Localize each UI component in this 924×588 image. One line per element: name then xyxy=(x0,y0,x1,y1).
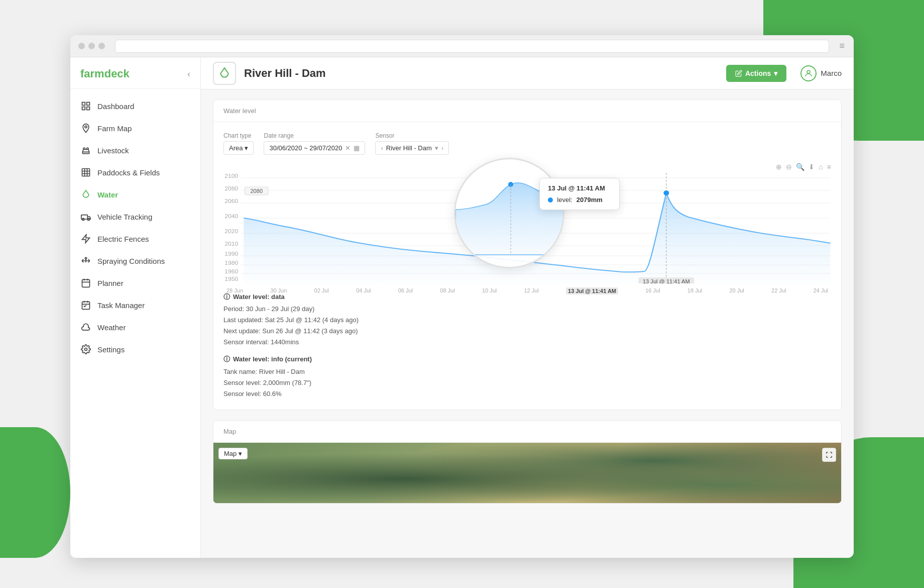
sensor-next-icon[interactable]: › xyxy=(441,144,443,152)
chart-type-group: Chart type Area ▾ xyxy=(223,132,254,155)
sensor-group: Sensor ‹ River Hill - Dam ▾ › xyxy=(375,132,449,155)
browser-titlebar: ≡ xyxy=(70,35,854,57)
svg-point-4 xyxy=(85,126,87,128)
xaxis-label: 02 Jul xyxy=(314,287,329,295)
info-current-title: ⓘ Water level: info (current) xyxy=(223,354,831,365)
task-manager-icon xyxy=(80,300,91,311)
sidebar-item-electric-fences[interactable]: Electric Fences xyxy=(70,228,200,250)
logo: farmdeck xyxy=(80,67,130,80)
livestock-icon xyxy=(80,145,91,156)
svg-rect-5 xyxy=(82,152,89,153)
content-body: Water level Chart type Area ▾ xyxy=(201,89,854,524)
username: Marco xyxy=(821,69,842,77)
chart-type-select[interactable]: Area ▾ xyxy=(223,141,254,155)
download-icon[interactable]: ⬇ xyxy=(808,163,815,171)
user-avatar-icon xyxy=(800,65,817,81)
sidebar-item-livestock[interactable]: Livestock xyxy=(70,139,200,161)
map-card-body: Map ▾ xyxy=(213,443,841,503)
top-bar: River Hill - Dam Actions ▾ Marco xyxy=(201,57,854,89)
nav-items: Dashboard Farm Map Livestock xyxy=(70,89,200,366)
page-header: River Hill - Dam xyxy=(213,62,726,85)
sensor-prev-icon[interactable]: ‹ xyxy=(381,144,383,152)
xaxis-label: 08 Jul xyxy=(440,287,454,295)
collapse-button[interactable]: ‹ xyxy=(187,69,190,79)
zoom-out-icon[interactable]: ⊖ xyxy=(786,163,792,171)
sidebar-item-water[interactable]: Water xyxy=(70,183,200,206)
close-dot xyxy=(78,43,85,49)
map-texture xyxy=(213,443,841,503)
water-level-section-label: Water level xyxy=(223,107,256,115)
chart-magnifier xyxy=(454,158,564,268)
map-section-label: Map xyxy=(223,428,236,435)
svg-point-20 xyxy=(807,70,810,73)
info-sensor-level-pct: Sensor level: 60.6% xyxy=(223,388,831,400)
info-sensor-interval: Sensor interval: 1440mins xyxy=(223,337,831,348)
tooltip-metric: level: xyxy=(557,196,572,204)
browser-menu-icon: ≡ xyxy=(839,41,846,51)
svg-text:2020: 2020 xyxy=(224,228,238,234)
chart-xaxis: 28 Jun 30 Jun 02 Jul 04 Jul 06 Jul 08 Ju… xyxy=(221,287,833,295)
paddocks-icon xyxy=(80,167,91,178)
sidebar-label-electric-fences: Electric Fences xyxy=(97,235,149,243)
date-range-input[interactable]: 30/06/2020 ~ 29/07/2020 ✕ ▦ xyxy=(264,141,365,155)
xaxis-label: 16 Jul xyxy=(645,287,660,295)
date-calendar-icon[interactable]: ▦ xyxy=(354,144,360,152)
sidebar-logo: farmdeck ‹ xyxy=(70,57,200,89)
chart-type-value: Area xyxy=(229,144,243,152)
actions-button[interactable]: Actions ▾ xyxy=(726,65,786,82)
settings-icon xyxy=(80,344,91,355)
sidebar-item-weather[interactable]: Weather xyxy=(70,316,200,338)
sidebar-item-settings[interactable]: Settings xyxy=(70,338,200,360)
xaxis-label: 10 Jul xyxy=(482,287,497,295)
svg-rect-2 xyxy=(87,107,90,110)
info-current-icon: ⓘ xyxy=(223,354,230,365)
sidebar-label-livestock: Livestock xyxy=(97,146,129,155)
xaxis-label: 04 Jul xyxy=(356,287,371,295)
date-range-group: Date range 30/06/2020 ~ 29/07/2020 ✕ ▦ xyxy=(264,132,365,155)
map-type-chevron: ▾ xyxy=(239,450,242,457)
zoom-in-icon[interactable]: ⊕ xyxy=(776,163,782,171)
date-range-label: Date range xyxy=(264,132,365,139)
actions-chevron: ▾ xyxy=(774,69,777,77)
spraying-conditions-icon xyxy=(80,255,91,266)
sidebar-item-paddocks[interactable]: Paddocks & Fields xyxy=(70,161,200,183)
sidebar-label-planner: Planner xyxy=(97,279,124,287)
dashboard-icon xyxy=(80,101,91,112)
svg-text:13 Jul @ 11:41 AM: 13 Jul @ 11:41 AM xyxy=(643,279,690,283)
svg-text:1950: 1950 xyxy=(224,276,238,282)
home-icon[interactable]: ⌂ xyxy=(819,163,823,171)
magnify-icon[interactable]: 🔍 xyxy=(796,163,804,171)
sidebar-label-farm-map: Farm Map xyxy=(97,124,132,133)
sidebar-item-task-manager[interactable]: Task Manager xyxy=(70,294,200,316)
sidebar-item-spraying-conditions[interactable]: Spraying Conditions xyxy=(70,250,200,272)
svg-text:1990: 1990 xyxy=(224,251,238,257)
logo-suffix: deck xyxy=(104,67,130,80)
main-content: River Hill - Dam Actions ▾ Marco xyxy=(201,57,854,558)
tooltip-dot xyxy=(548,198,553,203)
address-bar[interactable] xyxy=(115,40,829,53)
map-expand-button[interactable] xyxy=(822,448,836,462)
sensor-chevron[interactable]: ▾ xyxy=(435,144,438,152)
sensor-selector[interactable]: ‹ River Hill - Dam ▾ › xyxy=(375,141,449,155)
sidebar-item-farm-map[interactable]: Farm Map xyxy=(70,117,200,139)
sidebar-item-dashboard[interactable]: Dashboard xyxy=(70,95,200,117)
water-icon xyxy=(80,189,91,200)
page-icon xyxy=(213,62,236,85)
date-clear-icon[interactable]: ✕ xyxy=(345,144,351,152)
svg-rect-6 xyxy=(82,169,90,176)
water-level-card-body: Chart type Area ▾ Date range 30/06/2020 … xyxy=(213,122,841,410)
water-level-card: Water level Chart type Area ▾ xyxy=(213,100,842,410)
menu-icon[interactable]: ≡ xyxy=(827,163,831,171)
sidebar-item-vehicle-tracking[interactable]: Vehicle Tracking xyxy=(70,206,200,228)
map-card-header: Map xyxy=(213,421,841,443)
minimize-dot xyxy=(88,43,95,49)
sidebar-label-water: Water xyxy=(97,190,118,199)
planner-icon xyxy=(80,277,91,288)
user-area: Actions ▾ Marco xyxy=(726,65,842,82)
water-level-card-header: Water level xyxy=(213,100,841,122)
svg-point-19 xyxy=(85,348,87,351)
xaxis-label: 13 Jul @ 11:41 AM xyxy=(566,287,618,295)
info-data-section: ⓘ Water level: data Period: 30 Jun - 29 … xyxy=(223,291,831,348)
sidebar-item-planner[interactable]: Planner xyxy=(70,272,200,294)
map-type-selector[interactable]: Map ▾ xyxy=(218,448,248,459)
